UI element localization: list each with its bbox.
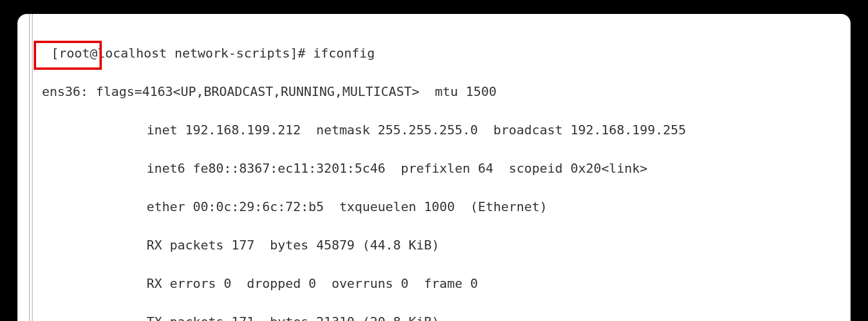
shell-prompt: [root@localhost network-scripts]#: [51, 46, 313, 60]
terminal-output: [root@localhost network-scripts]# ifconf…: [17, 14, 851, 321]
prompt-line: [root@localhost network-scripts]# ifconf…: [42, 44, 842, 63]
iface-name-ens36: ens36:: [42, 84, 88, 99]
ens36-tx-packets: TX packets 171 bytes 21310 (20.8 KiB): [42, 312, 842, 321]
screenshot-frame: [root@localhost network-scripts]# ifconf…: [0, 0, 868, 321]
ens36-rx-errors: RX errors 0 dropped 0 overruns 0 frame 0: [42, 274, 842, 293]
terminal-content: [root@localhost network-scripts]# ifconf…: [42, 24, 842, 321]
iface-ens36-header: ens36: flags=4163<UP,BROADCAST,RUNNING,M…: [42, 82, 842, 101]
scrollbar-track: [29, 14, 33, 321]
iface-flags-ens36: flags=4163<UP,BROADCAST,RUNNING,MULTICAS…: [96, 84, 497, 99]
ens36-rx-packets: RX packets 177 bytes 45879 (44.8 KiB): [42, 236, 842, 255]
command-text: ifconfig: [313, 46, 375, 60]
ens36-inet: inet 192.168.199.212 netmask 255.255.255…: [42, 120, 842, 140]
ens36-ether: ether 00:0c:29:6c:72:b5 txqueuelen 1000 …: [42, 197, 842, 216]
ens36-inet6: inet6 fe80::8367:ec11:3201:5c46 prefixle…: [42, 159, 842, 178]
